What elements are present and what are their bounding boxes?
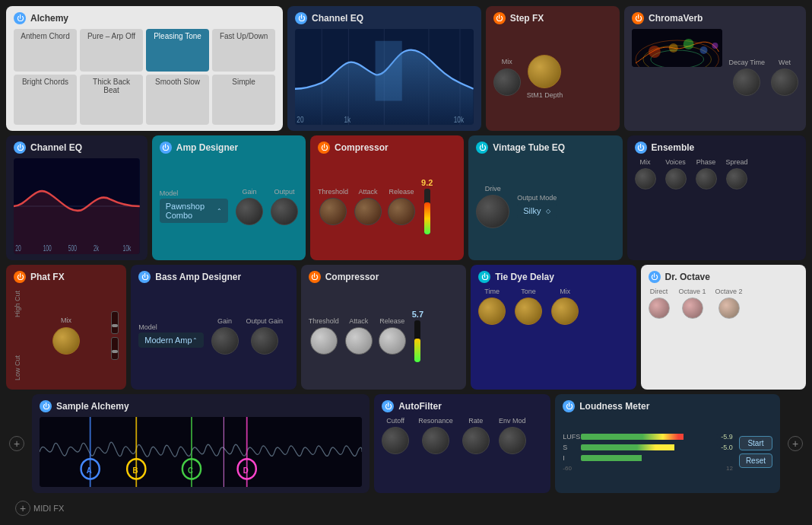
dr-octave-power[interactable]: ⏻: [649, 271, 661, 283]
compressor-dark-power[interactable]: ⏻: [309, 271, 321, 283]
step-fx-depth-label: StM1 Depth: [527, 91, 563, 99]
ensemble-header: ⏻ Ensemble: [635, 142, 798, 154]
ensemble-phase-label: Phase: [696, 158, 716, 166]
phat-lowcut-label: Low Cut: [14, 355, 21, 380]
add-left-button[interactable]: +: [9, 436, 24, 451]
tie-dye-params: Time Tone Mix: [478, 288, 628, 325]
bass-model-selector[interactable]: Modern Amp ⌃: [138, 332, 203, 348]
chromaverb-card: ⏻ ChromaVerb: [624, 6, 806, 131]
loudness-power[interactable]: ⏻: [563, 400, 575, 412]
tie-time-knob[interactable]: [478, 298, 506, 325]
chromaverb-decay-knob[interactable]: [733, 68, 760, 96]
bass-output-knob[interactable]: [251, 327, 278, 355]
svg-point-14: [669, 43, 678, 52]
bass-gain-knob[interactable]: [211, 327, 239, 355]
tie-tone-knob[interactable]: [515, 298, 542, 325]
step-fx-power[interactable]: ⏻: [493, 12, 506, 24]
alchemy-power[interactable]: ⏻: [14, 12, 26, 24]
vintage-tube-title: Vintage Tube EQ: [493, 142, 565, 153]
ensemble-phase-knob[interactable]: [696, 168, 717, 189]
dr-oct2-label: Octave 2: [715, 288, 743, 295]
ensemble-spread-knob[interactable]: [726, 168, 747, 189]
af-resonance-knob[interactable]: [422, 427, 449, 454]
ensemble-title: Ensemble: [652, 142, 695, 153]
midi-fx-add-button[interactable]: +: [15, 501, 30, 516]
vintage-tube-power[interactable]: ⏻: [476, 142, 488, 154]
row-3: ⏻ Phat FX High Cut Low Cut Mix: [6, 265, 806, 390]
channel-eq-display[interactable]: 20 100 500 2k 10k: [14, 158, 140, 254]
af-resonance-label: Resonance: [418, 417, 453, 425]
alchemy-card: ⏻ Alchemy Anthem Chord Pure – Arp Off Pl…: [6, 6, 283, 131]
dr-octave-title: Dr. Octave: [665, 272, 710, 282]
loudness-card: ⏻ Loudness Meter LUFS -5.9 S: [555, 394, 780, 493]
dr-octave-header: ⏻ Dr. Octave: [649, 271, 798, 283]
dr-oct1-knob[interactable]: [682, 298, 703, 319]
compressor-red-power[interactable]: ⏻: [318, 142, 330, 154]
tube-drive-param: Drive: [476, 185, 509, 228]
reset-button[interactable]: Reset: [739, 453, 772, 468]
amp-model-selector[interactable]: Pawnshop Combo ⌃: [160, 199, 228, 223]
ensemble-voices-knob[interactable]: [665, 168, 687, 189]
comp2-release-label: Release: [379, 317, 404, 325]
comp2-attack-knob[interactable]: [345, 327, 373, 355]
amp-output-knob[interactable]: [271, 198, 298, 225]
comp2-threshold-knob[interactable]: [310, 327, 338, 355]
tube-mode-selector[interactable]: Silky ◇: [517, 203, 557, 218]
preset-bright[interactable]: Bright Chords: [14, 75, 77, 126]
comp-attack-label: Attack: [359, 188, 378, 196]
channel-eq-power[interactable]: ⏻: [14, 142, 26, 154]
comp-attack-knob[interactable]: [354, 198, 382, 225]
channel-eq-top-power[interactable]: ⏻: [295, 12, 307, 24]
amp-gain-knob[interactable]: [236, 198, 263, 225]
dr-direct-label: Direct: [650, 288, 668, 295]
preset-thick[interactable]: Thick Back Beat: [80, 75, 143, 126]
add-right-button[interactable]: +: [788, 436, 803, 451]
af-rate-knob[interactable]: [462, 427, 490, 454]
sample-alchemy-title: Sample Alchemy: [56, 401, 129, 412]
preset-pure[interactable]: Pure – Arp Off: [80, 29, 143, 72]
ensemble-voices-param: Voices: [665, 158, 687, 189]
phat-highcut-label: High Cut: [14, 291, 21, 317]
step-fx-depth-knob[interactable]: [528, 55, 561, 88]
amp-designer-card: ⏻ Amp Designer Model Pawnshop Combo ⌃ Ga…: [152, 135, 306, 260]
preset-simple[interactable]: Simple: [212, 75, 275, 126]
main-grid: ⏻ Alchemy Anthem Chord Pure – Arp Off Pl…: [0, 0, 812, 525]
phat-mix-knob[interactable]: [52, 327, 80, 355]
chromaverb-power[interactable]: ⏻: [632, 12, 644, 24]
channel-eq-top-display[interactable]: 20 1k 10k: [295, 29, 474, 125]
af-envmod-param: Env Mod: [499, 417, 526, 454]
tube-drive-knob[interactable]: [476, 195, 509, 228]
preset-smooth[interactable]: Smooth Slow: [146, 75, 209, 126]
comp-meter: [424, 189, 430, 234]
phat-lowcut-slider[interactable]: [111, 337, 119, 360]
dr-direct-knob[interactable]: [649, 298, 670, 319]
dr-oct2-knob[interactable]: [718, 298, 740, 319]
svg-point-17: [712, 43, 718, 49]
comp-threshold-label: Threshold: [318, 188, 348, 196]
comp2-release-knob[interactable]: [379, 327, 406, 355]
ensemble-mix-knob[interactable]: [635, 168, 656, 189]
step-fx-mix-knob[interactable]: [493, 68, 521, 96]
ensemble-power[interactable]: ⏻: [635, 142, 647, 154]
phat-highcut-slider[interactable]: [111, 311, 119, 334]
step-fx-title: Step FX: [510, 13, 544, 24]
phat-fx-power[interactable]: ⏻: [14, 271, 26, 283]
preset-fast[interactable]: Fast Up/Down: [212, 29, 275, 72]
bass-amp-power[interactable]: ⏻: [138, 271, 151, 283]
sample-alchemy-power[interactable]: ⏻: [40, 400, 52, 412]
comp-release-knob[interactable]: [388, 198, 415, 225]
preset-anthem[interactable]: Anthem Chord: [14, 29, 77, 72]
preset-pleasing[interactable]: Pleasing Tone: [146, 29, 209, 72]
autofilter-power[interactable]: ⏻: [382, 400, 394, 412]
af-cutoff-knob[interactable]: [382, 427, 409, 454]
tie-dye-power[interactable]: ⏻: [478, 271, 490, 283]
amp-designer-power[interactable]: ⏻: [160, 142, 172, 154]
af-envmod-knob[interactable]: [499, 427, 526, 454]
comp-threshold-knob[interactable]: [319, 198, 347, 225]
start-button[interactable]: Start: [739, 436, 772, 450]
tie-mix-knob[interactable]: [551, 298, 579, 325]
amp-model-label: Model: [160, 189, 228, 197]
sample-alchemy-waveform[interactable]: A B C D: [40, 417, 362, 487]
chromaverb-wet-knob[interactable]: [771, 68, 798, 96]
alchemy-title: Alchemy: [30, 13, 68, 24]
